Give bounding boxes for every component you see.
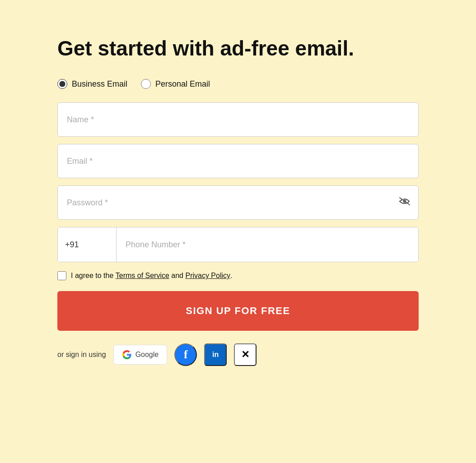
facebook-signin-button[interactable]: f: [174, 343, 197, 366]
x-icon: ✕: [241, 349, 249, 361]
privacy-policy-link[interactable]: Privacy Policy: [185, 272, 230, 279]
business-email-option[interactable]: Business Email: [57, 79, 127, 89]
page-title: Get started with ad-free email.: [57, 36, 419, 61]
x-signin-button[interactable]: ✕: [234, 343, 257, 366]
email-field-group: [57, 144, 419, 178]
email-input[interactable]: [57, 144, 419, 178]
terms-row: I agree to the Terms of Service and Priv…: [57, 271, 419, 280]
phone-input-group: [57, 227, 419, 262]
linkedin-signin-button[interactable]: in: [204, 343, 227, 366]
phone-field-group: [57, 227, 419, 262]
terms-checkbox[interactable]: [57, 271, 66, 280]
google-signin-button[interactable]: Google: [113, 345, 168, 365]
business-email-radio[interactable]: [57, 79, 67, 89]
toggle-password-icon[interactable]: [399, 197, 411, 208]
name-field-group: [57, 102, 419, 137]
terms-of-service-link[interactable]: Terms of Service: [116, 272, 169, 279]
phone-code-input[interactable]: [58, 227, 117, 262]
social-signin-section: or sign in using Google f in ✕: [57, 343, 419, 366]
phone-number-input[interactable]: [117, 227, 418, 262]
terms-text: I agree to the Terms of Service and Priv…: [71, 272, 233, 280]
facebook-icon: f: [184, 348, 188, 361]
personal-email-option[interactable]: Personal Email: [141, 79, 210, 89]
password-input[interactable]: [57, 185, 419, 220]
google-icon: [122, 350, 132, 360]
password-field-group: [57, 185, 419, 220]
email-type-group: Business Email Personal Email: [57, 79, 419, 89]
name-input[interactable]: [57, 102, 419, 137]
linkedin-icon: in: [212, 351, 219, 359]
signup-button[interactable]: SIGN UP FOR FREE: [57, 291, 419, 331]
personal-email-label: Personal Email: [155, 79, 210, 89]
business-email-label: Business Email: [72, 79, 127, 89]
personal-email-radio[interactable]: [141, 79, 151, 89]
google-button-label: Google: [135, 351, 159, 359]
page-container: Get started with ad-free email. Business…: [57, 36, 419, 366]
social-signin-label: or sign in using: [57, 351, 106, 359]
